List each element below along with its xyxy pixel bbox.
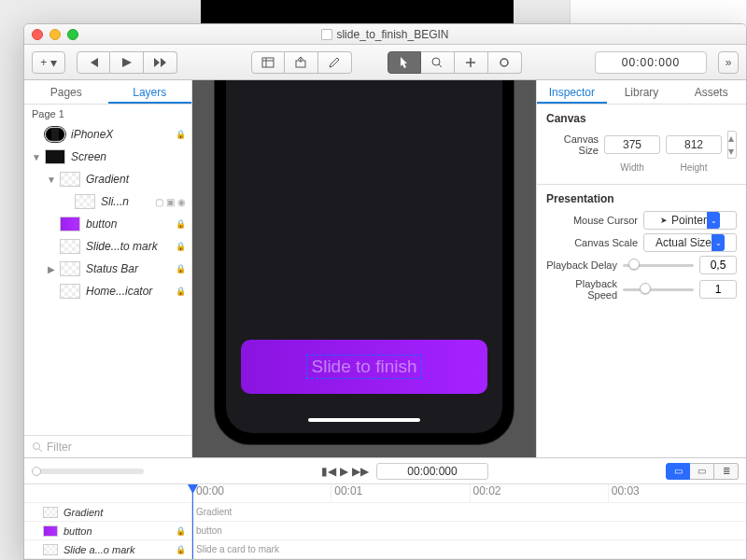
- layer-thumbnail: [43, 544, 58, 555]
- timeline-track[interactable]: Gradient: [192, 503, 746, 522]
- timeline-layer-name: Gradient: [63, 507, 191, 518]
- ruler-tick: 00:01: [331, 484, 469, 502]
- layer-row[interactable]: ▶Status Bar🔒: [24, 258, 191, 280]
- section-presentation-title: Presentation: [546, 192, 737, 205]
- lock-icon[interactable]: 🔒: [176, 264, 186, 273]
- pointer-tool-button[interactable]: [388, 51, 421, 74]
- layer-thumbnail: [45, 149, 65, 164]
- tab-library[interactable]: Library: [607, 80, 677, 104]
- canvas-scale-select[interactable]: Actual Size⌄: [643, 233, 737, 252]
- artboard-tool-button[interactable]: [251, 51, 285, 74]
- edit-button[interactable]: [318, 51, 352, 74]
- layer-row[interactable]: button🔒: [24, 213, 191, 235]
- pan-tool-button[interactable]: [455, 51, 488, 74]
- layers-panel: Pages Layers Page 1 iPhoneX🔒▼Screen▼Grad…: [24, 80, 192, 457]
- page-label: Page 1: [24, 105, 191, 123]
- layer-name: button: [86, 217, 172, 231]
- toolbar-overflow-button[interactable]: »: [718, 51, 739, 74]
- layer-row[interactable]: Sli...n▢ ▣ ◉: [24, 190, 191, 213]
- ruler-tick: 00:02: [470, 484, 608, 502]
- section-canvas-title: Canvas: [546, 112, 737, 125]
- tab-layers[interactable]: Layers: [108, 80, 192, 104]
- timeline-zoom-slider[interactable]: [32, 469, 144, 474]
- playback-speed-value[interactable]: 1: [699, 280, 737, 299]
- add-button[interactable]: + ▾: [32, 51, 65, 74]
- filter-icon: [32, 441, 43, 453]
- height-sublabel: Height: [666, 162, 722, 173]
- timeline-track[interactable]: button: [192, 522, 746, 540]
- timeline-play-button[interactable]: ▶: [340, 465, 348, 478]
- canvas-width-input[interactable]: 375: [604, 135, 660, 154]
- tab-assets[interactable]: Assets: [676, 80, 746, 104]
- svg-point-2: [432, 58, 440, 65]
- slide-button-label: Slide to finish: [306, 355, 421, 379]
- document-icon: [321, 29, 332, 40]
- timeline-view-3-button[interactable]: ≣: [714, 463, 739, 480]
- play-button[interactable]: [110, 51, 144, 74]
- timeline-layer-row[interactable]: Gradient: [24, 503, 191, 522]
- timeline-track[interactable]: Slide a card to mark: [192, 540, 746, 559]
- playback-speed-label: Playback Speed: [546, 278, 617, 301]
- layer-name: Sli...n: [101, 195, 151, 208]
- layer-thumbnail: [45, 127, 65, 142]
- zoom-window-button[interactable]: [67, 29, 78, 40]
- slide-button[interactable]: Slide to finish: [241, 340, 487, 394]
- tab-pages[interactable]: Pages: [24, 80, 108, 104]
- main-toolbar: + ▾ 00:00:000 »: [24, 45, 746, 80]
- layer-row[interactable]: ▼Screen: [24, 146, 191, 168]
- playhead[interactable]: [192, 484, 193, 559]
- close-window-button[interactable]: [32, 29, 43, 40]
- zoom-tool-button[interactable]: [421, 51, 455, 74]
- layer-visibility-icons[interactable]: ▢ ▣ ◉: [155, 197, 186, 207]
- record-tool-button[interactable]: [488, 51, 522, 74]
- chevron-down-icon: ▾: [50, 55, 57, 70]
- lock-icon[interactable]: 🔒: [176, 242, 186, 251]
- svg-point-3: [500, 59, 508, 66]
- layer-name: iPhoneX: [71, 128, 172, 141]
- disclosure-triangle-icon[interactable]: ▶: [45, 264, 58, 274]
- playback-delay-label: Playback Delay: [546, 259, 617, 271]
- timeline-view-2-button[interactable]: ▭: [690, 463, 714, 480]
- layer-name: Screen: [71, 150, 186, 163]
- mouse-cursor-select[interactable]: ➤Pointer⌄: [643, 211, 737, 230]
- tab-inspector[interactable]: Inspector: [537, 80, 607, 104]
- timeline-go-start-button[interactable]: ▮◀: [321, 465, 336, 478]
- canvas-height-input[interactable]: 812: [666, 135, 722, 154]
- size-stepper[interactable]: ▴▾: [727, 131, 737, 159]
- layer-name: Home...icator: [86, 285, 172, 298]
- layer-row[interactable]: iPhoneX🔒: [24, 123, 191, 146]
- export-button[interactable]: [285, 51, 318, 74]
- lock-icon[interactable]: 🔒: [176, 219, 186, 229]
- timeline-view-1-button[interactable]: ▭: [666, 463, 690, 480]
- layer-row[interactable]: Home...icator🔒: [24, 280, 191, 302]
- timeline-layer-row[interactable]: Slide a...o mark🔒: [24, 540, 191, 559]
- lock-icon[interactable]: 🔒: [176, 526, 186, 536]
- layer-thumbnail: [43, 507, 58, 518]
- timeline-layer-row[interactable]: button🔒: [24, 522, 191, 540]
- filter-input[interactable]: Filter: [24, 435, 191, 457]
- titlebar[interactable]: slide_to_finish_BEGIN: [24, 24, 746, 45]
- canvas-viewport[interactable]: Slide a card to mark as finish Slide to …: [192, 80, 536, 457]
- playback-delay-value[interactable]: 0,5: [699, 256, 737, 274]
- fast-forward-button[interactable]: [144, 51, 177, 74]
- canvas-scale-label: Canvas Scale: [546, 237, 638, 248]
- lock-icon[interactable]: 🔒: [176, 130, 186, 139]
- go-to-start-button[interactable]: [77, 51, 110, 74]
- disclosure-triangle-icon[interactable]: ▼: [30, 152, 43, 162]
- svg-point-4: [34, 442, 40, 449]
- layer-row[interactable]: Slide...to mark🔒: [24, 235, 191, 258]
- disclosure-triangle-icon[interactable]: ▼: [45, 175, 58, 185]
- chevron-updown-icon: ⌄: [712, 234, 725, 251]
- playback-delay-slider[interactable]: [623, 256, 694, 274]
- timeline-ff-button[interactable]: ▶▶: [352, 465, 369, 478]
- layer-row[interactable]: ▼Gradient: [24, 168, 191, 190]
- lock-icon[interactable]: 🔒: [176, 545, 186, 554]
- chevron-updown-icon: ⌄: [707, 212, 720, 229]
- lock-icon[interactable]: 🔒: [176, 287, 186, 296]
- minimize-window-button[interactable]: [49, 29, 61, 40]
- time-display: 00:00:000: [595, 51, 707, 74]
- playback-speed-slider[interactable]: [623, 280, 694, 299]
- home-indicator: [308, 418, 420, 422]
- layer-thumbnail: [60, 239, 80, 254]
- canvas-size-label: Canvas Size: [546, 133, 599, 156]
